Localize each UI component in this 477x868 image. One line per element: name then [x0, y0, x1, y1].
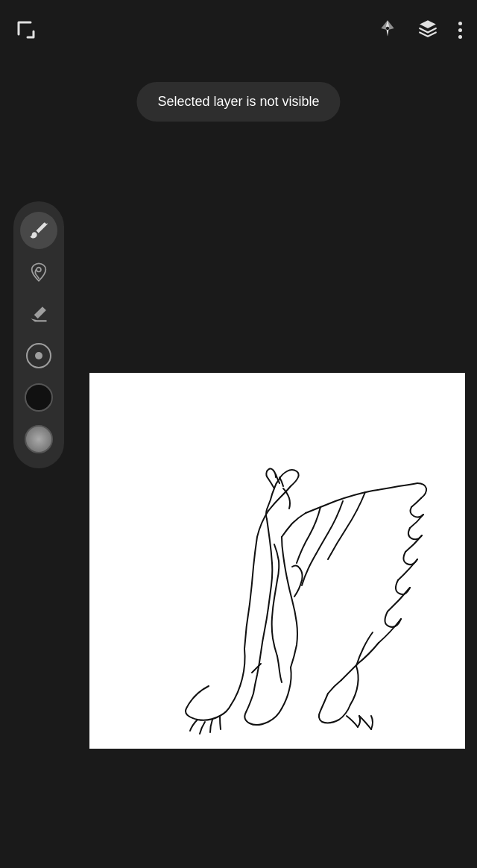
- gray-color-circle: [25, 425, 53, 453]
- eraser-tool[interactable]: [20, 295, 57, 333]
- top-bar: [0, 0, 477, 60]
- corner-bracket-icon[interactable]: [15, 19, 37, 41]
- top-bar-right: [378, 19, 462, 41]
- selection-tool[interactable]: [20, 254, 57, 291]
- brush-tool[interactable]: [20, 212, 57, 249]
- black-color-circle: [25, 383, 53, 412]
- more-options-icon[interactable]: [458, 22, 462, 39]
- smudge-tool[interactable]: [20, 337, 57, 374]
- top-bar-left: [15, 19, 37, 41]
- toast-message: Selected layer is not visible: [157, 94, 319, 109]
- layers-icon[interactable]: [418, 19, 437, 41]
- gray-color-swatch[interactable]: [20, 421, 57, 458]
- toast-notification: Selected layer is not visible: [136, 82, 340, 122]
- svg-point-0: [386, 27, 389, 30]
- drawing-canvas[interactable]: [89, 373, 465, 749]
- compass-icon[interactable]: [378, 19, 397, 41]
- tool-panel: [13, 201, 64, 468]
- black-color-swatch[interactable]: [20, 379, 57, 416]
